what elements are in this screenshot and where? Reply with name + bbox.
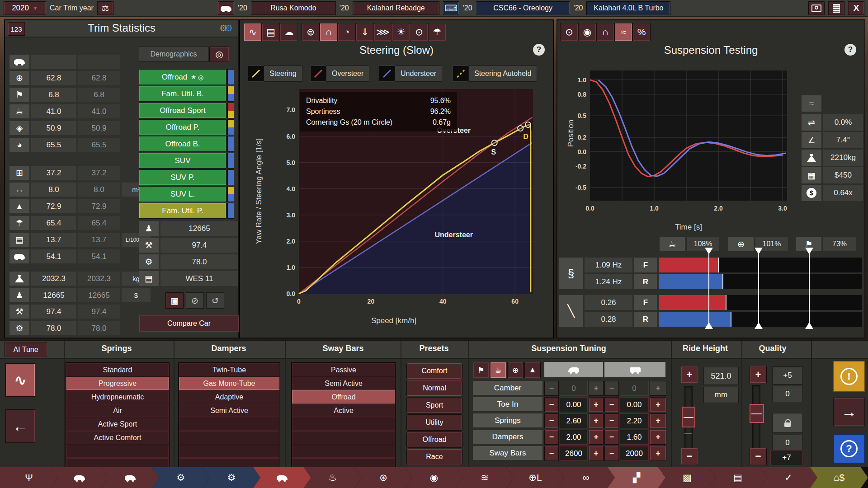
preset-comfort-button[interactable]: Comfort [406, 363, 462, 379]
help-button[interactable]: ? [844, 44, 856, 56]
pedal-button[interactable]: ⇓ [356, 23, 374, 41]
list-option[interactable]: Air [66, 404, 169, 417]
increase-button[interactable]: + [589, 413, 604, 428]
graph-view-button[interactable]: ∿ [244, 23, 262, 41]
needle-bottom-marker[interactable] [755, 322, 763, 329]
list-option[interactable]: Hydropneumatic [66, 390, 169, 404]
screenshot-button[interactable] [808, 1, 825, 15]
needle-top-marker[interactable] [705, 248, 713, 254]
gauge-button[interactable]: ⊙ [560, 23, 578, 41]
increase-button[interactable]: + [650, 397, 666, 412]
decrease-button[interactable]: − [544, 413, 559, 428]
increase-button[interactable]: + [589, 397, 604, 412]
tab-review[interactable]: ✓ [760, 467, 817, 488]
decrease-button[interactable]: − [544, 430, 559, 445]
tyre-section-button[interactable]: ⊜ [302, 23, 320, 41]
decrease-button[interactable]: − [544, 397, 559, 412]
compare-car-button[interactable]: Compare Car [139, 315, 239, 332]
decrease-button[interactable]: − [544, 446, 559, 461]
decrease-button[interactable]: − [604, 446, 619, 461]
legend-sample-oversteer[interactable] [310, 66, 326, 82]
clone-trim-button[interactable]: ▣ [165, 292, 184, 309]
ride-height-slider-handle[interactable] [682, 407, 695, 427]
demographic-item[interactable]: Offroad P. [139, 119, 226, 135]
car-slot-button[interactable]: Kalahari Rebadge [353, 1, 439, 15]
offroad-tab[interactable]: ▲ [524, 362, 541, 378]
tyre-grip-button[interactable]: ∩ [320, 23, 338, 41]
increase-button[interactable]: + [650, 413, 666, 428]
increase-button[interactable]: + [650, 446, 666, 461]
ride-height-increase-button[interactable]: + [681, 366, 698, 383]
decrease-button[interactable]: − [604, 430, 619, 445]
preset-offroad-button[interactable]: Offroad [406, 432, 462, 448]
tab-exhaust[interactable]: ♨ [304, 467, 362, 488]
gears-icon[interactable]: ⚙⚙ [219, 23, 233, 33]
list-option[interactable]: Active [292, 404, 395, 417]
ai-tune-tab[interactable]: AI Tune [5, 342, 47, 357]
suspension-wave-button[interactable]: ≈ [614, 23, 632, 41]
tab-engine-options[interactable]: ⚙ [203, 467, 260, 488]
car-slot-button[interactable]: CSC66 - Oreology [476, 1, 570, 15]
quality-lock-button[interactable] [772, 413, 803, 433]
quality-slider-handle[interactable] [750, 404, 764, 423]
tab-summary[interactable]: ▤ [709, 467, 767, 488]
tab-aero[interactable]: ≋ [456, 467, 514, 488]
list-option[interactable]: Semi Active [179, 404, 279, 417]
tab-trim[interactable] [253, 467, 311, 488]
legend-sample-understeer[interactable] [379, 66, 395, 82]
wet-road-button[interactable]: ☂ [428, 23, 446, 41]
needle-bottom-marker[interactable] [805, 322, 813, 329]
compare-scales-button[interactable]: ⚖ [97, 1, 113, 15]
warning-button[interactable]: ! [833, 361, 865, 392]
legend-sample-steering[interactable] [248, 66, 264, 82]
demographic-item[interactable]: Offroad Sport [139, 103, 226, 118]
car-speed-button[interactable]: ⋙ [374, 23, 392, 41]
legend-sample-steering-autoheld[interactable] [453, 66, 469, 82]
needle-top-marker[interactable] [755, 248, 763, 254]
tab-markets[interactable]: ⌂$ [810, 467, 868, 488]
sportiness-tab[interactable]: ⚑ [473, 362, 489, 378]
list-option[interactable]: Semi Active [292, 377, 395, 390]
list-option[interactable]: Passive [292, 363, 395, 376]
weather-car-button[interactable]: ☁ [280, 23, 298, 41]
list-option[interactable]: Offroad [292, 390, 395, 404]
tab-drivetrain[interactable]: Ψ [0, 467, 58, 488]
slot-icon-button[interactable]: ⌨ [443, 1, 459, 15]
close-button[interactable]: X [848, 1, 864, 15]
demographics-dropdown[interactable]: Demographics [139, 47, 208, 62]
tab-wheels[interactable]: ⊛ [354, 467, 412, 488]
increase-button[interactable]: + [650, 430, 666, 445]
undo-button[interactable]: ↺ [206, 292, 224, 309]
temperature-button[interactable]: ☀ [392, 23, 410, 41]
needle-top-marker[interactable] [805, 248, 813, 254]
decrease-button[interactable]: − [604, 413, 619, 428]
drivability-tab[interactable]: ⊕ [507, 362, 524, 378]
brake-fade-button[interactable]: ◔ [338, 23, 356, 41]
decrease-button[interactable]: − [604, 397, 619, 412]
list-option[interactable]: Gas Mono-Tube [179, 377, 279, 390]
tyre-button[interactable]: ∩ [596, 23, 614, 41]
car-slot-button[interactable]: Kalahari 4.0L B Turbo [586, 1, 670, 15]
preset-sport-button[interactable]: Sport [406, 397, 462, 413]
help-button[interactable]: ? [533, 44, 545, 56]
demographic-item[interactable]: SUV L. [139, 186, 226, 202]
list-option[interactable]: Adaptive [179, 390, 279, 404]
tab-car-body[interactable] [51, 467, 108, 488]
list-option[interactable]: Progressive [66, 377, 169, 390]
demographic-item[interactable]: Offroad B. [139, 136, 226, 152]
trim-year-dropdown[interactable]: 2020 ▼ [4, 1, 46, 15]
tab-tyres[interactable]: ▩ [658, 467, 716, 488]
help-button[interactable]: ? [833, 434, 865, 463]
tab-brakes[interactable]: ◉ [405, 467, 463, 488]
demographic-item[interactable]: Fam. Util. B. [139, 86, 226, 102]
list-option[interactable]: Twin-Tube [179, 363, 279, 376]
markets-globe-button[interactable]: ◎ [209, 47, 229, 62]
preset-utility-button[interactable]: Utility [406, 414, 462, 431]
quality-increase-button[interactable]: + [750, 366, 767, 383]
gauge-button[interactable]: ⊙ [410, 23, 428, 41]
preset-race-button[interactable]: Race [406, 449, 462, 465]
preset-normal-button[interactable]: Normal [406, 380, 462, 396]
table-view-button[interactable]: ▤ [262, 23, 280, 41]
list-option[interactable]: Active Comfort [66, 431, 169, 444]
tab-gauges[interactable]: ∞ [557, 467, 615, 488]
